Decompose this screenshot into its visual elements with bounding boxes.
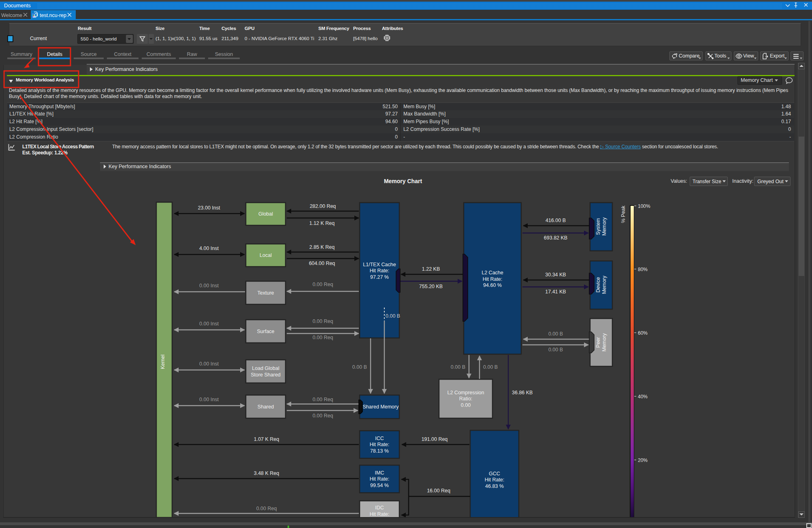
svg-text:17.41 KB: 17.41 KB [545, 289, 566, 295]
svg-text:0.00 Inst: 0.00 Inst [199, 321, 219, 327]
svg-text:IMC: IMC [375, 470, 384, 476]
svg-text:Kernel: Kernel [160, 355, 166, 369]
svg-text:Hit Rate:: Hit Rate: [370, 476, 390, 482]
svg-text:2.85 K Req: 2.85 K Req [309, 244, 335, 250]
svg-text:DeviceMemory: DeviceMemory [595, 276, 607, 294]
svg-text:0.00 Req: 0.00 Req [313, 397, 333, 402]
svg-text:Shared Memory: Shared Memory [363, 404, 399, 410]
svg-text:99.54 %: 99.54 % [370, 483, 389, 488]
svg-text:0.00 B: 0.00 B [483, 364, 498, 370]
svg-text:30.34 KB: 30.34 KB [545, 272, 566, 278]
svg-text:Global: Global [258, 211, 273, 217]
svg-text:4.00 Inst: 4.00 Inst [199, 246, 219, 251]
svg-text:97.27 %: 97.27 % [370, 274, 389, 280]
svg-text:0.00 Req: 0.00 Req [313, 335, 333, 340]
svg-text:100%: 100% [638, 203, 650, 209]
svg-text:36.86 KB: 36.86 KB [512, 390, 533, 395]
svg-text:755.20 KB: 755.20 KB [419, 284, 443, 289]
svg-text:80%: 80% [638, 267, 648, 272]
svg-text:23.00 Inst: 23.00 Inst [198, 205, 220, 211]
svg-text:Store Shared: Store Shared [251, 372, 281, 378]
svg-text:94.60 %: 94.60 % [483, 282, 502, 288]
svg-text:0.00 B: 0.00 B [451, 364, 465, 370]
svg-text:0.00 Req: 0.00 Req [313, 319, 333, 324]
svg-text:282.00 Req: 282.00 Req [310, 203, 336, 209]
svg-text:0.00 Inst: 0.00 Inst [199, 397, 219, 402]
svg-text:416.00 B: 416.00 B [546, 218, 566, 223]
svg-text:% Peak: % Peak [620, 205, 626, 223]
svg-text:3.48 K Req: 3.48 K Req [254, 470, 279, 476]
svg-text:0.00 Inst: 0.00 Inst [199, 361, 219, 367]
svg-text:0.00 Inst: 0.00 Inst [199, 283, 219, 289]
svg-text:46.83 %: 46.83 % [485, 483, 504, 489]
svg-text:Hit Rate:: Hit Rate: [370, 442, 390, 447]
svg-text:Hit Rate:: Hit Rate: [485, 477, 505, 483]
svg-text:0.00: 0.00 [461, 402, 471, 408]
svg-text:L2 Cache: L2 Cache [482, 270, 503, 276]
svg-text:Hit Rate:: Hit Rate: [370, 511, 390, 517]
svg-text:Local: Local [260, 252, 272, 258]
svg-text:ICC: ICC [375, 436, 384, 441]
svg-text:693.82 KB: 693.82 KB [544, 235, 567, 241]
svg-text:0.00 B: 0.00 B [386, 313, 400, 319]
svg-text:Surface: Surface [257, 329, 274, 334]
svg-text:604.00 Req: 604.00 Req [309, 261, 335, 266]
svg-text:0.00 B: 0.00 B [548, 331, 563, 337]
svg-text:40%: 40% [638, 394, 648, 400]
svg-text:Texture: Texture [258, 290, 274, 296]
svg-text:Hit Rate:: Hit Rate: [370, 268, 390, 274]
svg-text:191.00 Req: 191.00 Req [422, 436, 448, 442]
svg-text:0.00 Req: 0.00 Req [313, 413, 333, 419]
svg-text:1.22 KB: 1.22 KB [422, 266, 440, 272]
svg-text:GCC: GCC [489, 471, 500, 477]
svg-text:0.00 Req: 0.00 Req [256, 506, 277, 511]
svg-text:Hit Rate:: Hit Rate: [483, 276, 503, 282]
svg-text:0.00 B: 0.00 B [352, 364, 367, 370]
svg-text:SystemMemory: SystemMemory [595, 217, 607, 236]
svg-text:60%: 60% [638, 330, 648, 336]
svg-text:16.00 Req: 16.00 Req [427, 488, 450, 494]
svg-text:0.00 B: 0.00 B [548, 347, 563, 353]
svg-text:1.12 K Req: 1.12 K Req [309, 220, 335, 226]
svg-text:Load Global: Load Global [252, 366, 279, 371]
svg-text:0.00 Req: 0.00 Req [313, 282, 333, 287]
svg-text:1.07 K Req: 1.07 K Req [254, 436, 279, 442]
svg-text:Ratio:: Ratio: [459, 396, 473, 402]
svg-text:Shared: Shared [258, 404, 274, 410]
svg-text:L1/TEX Cache: L1/TEX Cache [363, 262, 396, 267]
svg-text:L2 Compression: L2 Compression [447, 390, 484, 395]
svg-text:78.13 %: 78.13 % [370, 448, 389, 454]
svg-text:20%: 20% [638, 457, 648, 463]
svg-text:IDC: IDC [375, 505, 384, 511]
